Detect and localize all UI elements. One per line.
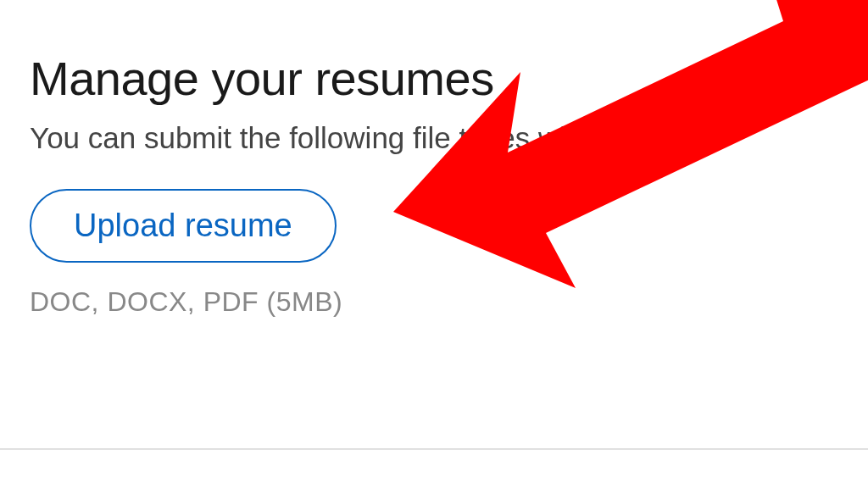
- file-format-hint: DOC, DOCX, PDF (5MB): [30, 286, 868, 318]
- section-heading: Manage your resumes: [30, 51, 868, 106]
- upload-resume-button[interactable]: Upload resume: [30, 189, 337, 263]
- resume-section: Manage your resumes You can submit the f…: [0, 0, 868, 318]
- section-subtitle: You can submit the following file types …: [30, 121, 868, 155]
- divider-line: [0, 448, 868, 450]
